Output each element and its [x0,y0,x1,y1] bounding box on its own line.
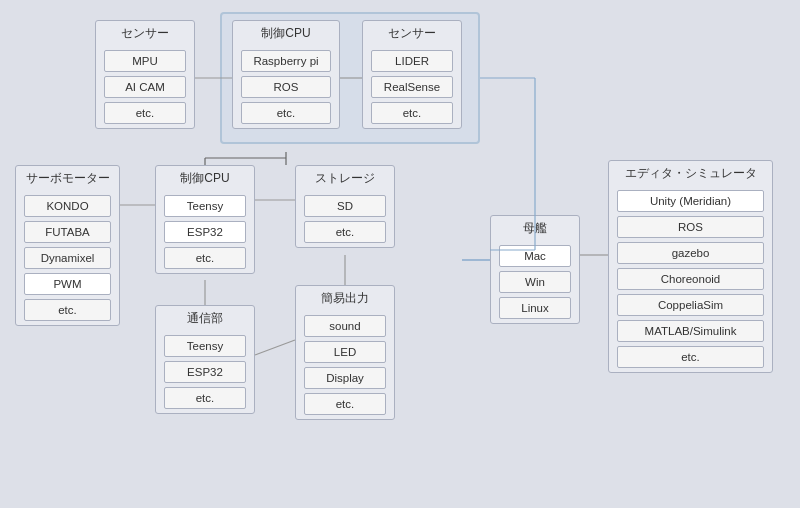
output-item-etc: etc. [304,393,386,415]
cpu-bottom-item-etc: etc. [164,247,246,269]
servo-title: サーボモーター [16,166,119,191]
editor-item-etc: etc. [617,346,764,368]
editor-item-coppelia: CoppeliaSim [617,294,764,316]
cpu-bottom-item-esp32: ESP32 [164,221,246,243]
cpu-top-title: 制御CPU [233,21,339,46]
sensor-top2-group: センサー LIDER RealSense etc. [362,20,462,129]
servo-item-futaba: FUTABA [24,221,111,243]
editor-item-ros: ROS [617,216,764,238]
cpu-bottom-title: 制御CPU [156,166,254,191]
editor-item-unity: Unity (Meridian) [617,190,764,212]
cpu-top-item-etc: etc. [241,102,331,124]
motherboard-item-mac: Mac [499,245,571,267]
sensor-top-group: センサー MPU AI CAM etc. [95,20,195,129]
sensor-top2-item-lider: LIDER [371,50,453,72]
svg-line-11 [412,200,490,260]
sensor-top-item-mpu: MPU [104,50,186,72]
motherboard-item-win: Win [499,271,571,293]
sensor-top-item-etc: etc. [104,102,186,124]
servo-group: サーボモーター KONDO FUTABA Dynamixel PWM etc. [15,165,120,326]
servo-item-kondo: KONDO [24,195,111,217]
storage-title: ストレージ [296,166,394,191]
comms-title: 通信部 [156,306,254,331]
svg-line-8 [255,340,295,355]
motherboard-group: 母艦 Mac Win Linux [490,215,580,324]
comms-group: 通信部 Teensy ESP32 etc. [155,305,255,414]
sensor-top-item-aicam: AI CAM [104,76,186,98]
servo-item-etc: etc. [24,299,111,321]
comms-item-esp32: ESP32 [164,361,246,383]
diagram: センサー MPU AI CAM etc. 制御CPU Raspberry pi … [0,0,800,508]
output-item-display: Display [304,367,386,389]
sensor-top2-item-etc: etc. [371,102,453,124]
storage-item-sd: SD [304,195,386,217]
cpu-bottom-item-teensy: Teensy [164,195,246,217]
sensor-top2-item-realsense: RealSense [371,76,453,98]
cpu-top-item-ros: ROS [241,76,331,98]
output-group: 簡易出力 sound LED Display etc. [295,285,395,420]
sensor-top2-title: センサー [363,21,461,46]
sensor-top-title: センサー [96,21,194,46]
servo-item-pwm: PWM [24,273,111,295]
storage-item-etc: etc. [304,221,386,243]
cpu-top-group: 制御CPU Raspberry pi ROS etc. [232,20,340,129]
servo-item-dynamixel: Dynamixel [24,247,111,269]
output-item-led: LED [304,341,386,363]
editor-item-choreonoid: Choreonoid [617,268,764,290]
motherboard-item-linux: Linux [499,297,571,319]
editor-item-matlab: MATLAB/Simulink [617,320,764,342]
editor-item-gazebo: gazebo [617,242,764,264]
cpu-bottom-group: 制御CPU Teensy ESP32 etc. [155,165,255,274]
editor-title: エディタ・シミュレータ [609,161,772,186]
output-title: 簡易出力 [296,286,394,311]
editor-group: エディタ・シミュレータ Unity (Meridian) ROS gazebo … [608,160,773,373]
comms-item-teensy: Teensy [164,335,246,357]
motherboard-title: 母艦 [491,216,579,241]
cpu-top-item-raspi: Raspberry pi [241,50,331,72]
output-item-sound: sound [304,315,386,337]
storage-group: ストレージ SD etc. [295,165,395,248]
comms-item-etc: etc. [164,387,246,409]
